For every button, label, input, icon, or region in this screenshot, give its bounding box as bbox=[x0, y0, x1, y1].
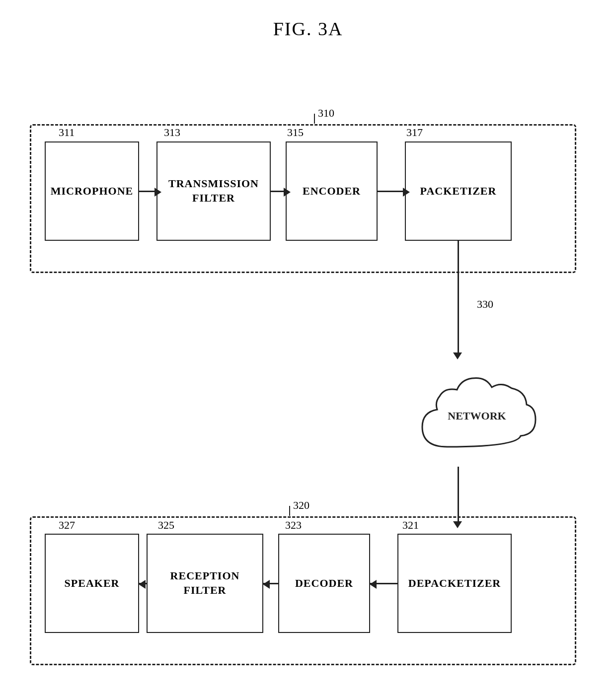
depacketizer-box: DEPACKETIZER bbox=[397, 534, 512, 633]
ref-311: 311 bbox=[59, 126, 75, 139]
ref-325: 325 bbox=[158, 519, 174, 532]
arrow-depkt-dec-head bbox=[370, 580, 377, 589]
arrow-pkt-net-line bbox=[458, 241, 459, 355]
ref-317: 317 bbox=[406, 126, 423, 139]
ref-310: 310 bbox=[318, 107, 334, 120]
decoder-box: DECODER bbox=[278, 534, 370, 633]
packetizer-box: PACKETIZER bbox=[405, 141, 512, 241]
arrow-mic-tf-head bbox=[154, 188, 161, 197]
microphone-box: MICROPHONE bbox=[45, 141, 139, 241]
arrow-mic-tf-line bbox=[139, 191, 156, 192]
ref-321: 321 bbox=[402, 519, 419, 532]
ref-327: 327 bbox=[59, 519, 75, 532]
reception-filter-box: RECEPTION FILTER bbox=[147, 534, 263, 633]
page: FIG. 3A 310 311 MICROPHONE 313 TRANSMISS… bbox=[0, 0, 616, 700]
ref-330: 330 bbox=[477, 298, 493, 311]
arrow-enc-pkt-head bbox=[403, 188, 410, 197]
ref-323: 323 bbox=[285, 519, 302, 532]
arrow-dec-rf-head bbox=[263, 580, 270, 589]
arrow-rf-spk-head bbox=[139, 580, 146, 589]
encoder-box: ENCODER bbox=[286, 141, 378, 241]
figure-title: FIG. 3A bbox=[0, 0, 616, 40]
arrow-net-depkt-line bbox=[458, 467, 459, 524]
ref-320-line bbox=[289, 506, 290, 516]
arrow-enc-pkt-line bbox=[378, 191, 405, 192]
ref-320: 320 bbox=[293, 499, 309, 512]
svg-text:NETWORK: NETWORK bbox=[448, 410, 506, 422]
transmission-filter-box: TRANSMISSION FILTER bbox=[156, 141, 271, 241]
speaker-box: SPEAKER bbox=[45, 534, 139, 633]
ref-310-line bbox=[314, 114, 315, 124]
ref-315: 315 bbox=[287, 126, 304, 139]
network-cloud: NETWORK bbox=[407, 357, 546, 467]
ref-313: 313 bbox=[164, 126, 180, 139]
arrow-tf-enc-head bbox=[284, 188, 291, 197]
